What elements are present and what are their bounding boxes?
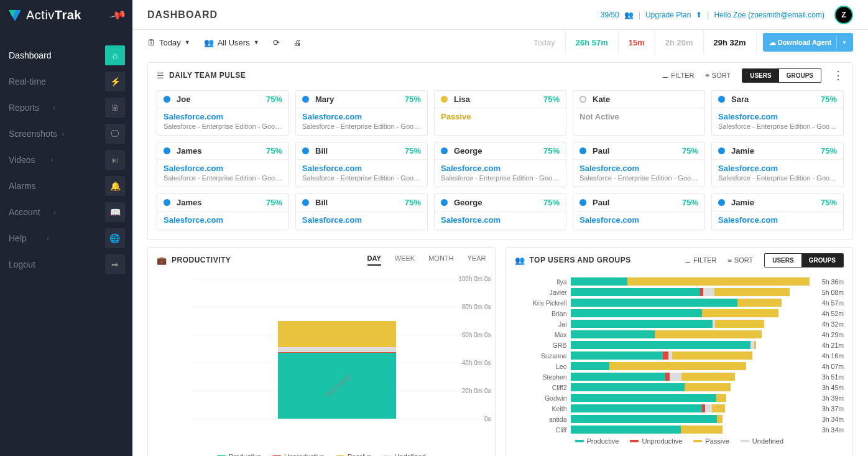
sidebar-item-videos[interactable]: Videos‹⏯ [0, 147, 132, 173]
pulse-sort[interactable]: ≡SORT [705, 72, 731, 79]
print-icon: 🖨 [293, 38, 302, 47]
app-detail: Salesforce - Enterprise Edition - Googl… [718, 123, 837, 130]
seg-groups[interactable]: GROUPS [779, 69, 821, 82]
status-dot [718, 199, 725, 206]
pulse-card[interactable]: Paul 75% Salesforce.com [573, 193, 705, 230]
user-name: Mary [315, 95, 334, 104]
sidebar-item-logout[interactable]: Logout➡ [0, 251, 132, 277]
tu-name: Keith [515, 405, 571, 412]
sidebar-item-real-time[interactable]: Real-time⚡ [0, 68, 132, 95]
top-user-row[interactable]: Ilya 5h 36m [515, 276, 844, 287]
pulse-card[interactable]: George 75% Salesforce.com Salesforce - E… [434, 142, 566, 187]
top-user-row[interactable]: Leo 4h 07m [515, 361, 844, 371]
top-user-row[interactable]: Max 4h 29m [515, 329, 844, 340]
pulse-card[interactable]: Joe 75% Salesforce.com Salesforce - Ente… [157, 90, 289, 136]
chevron-left-icon: ‹ [51, 156, 53, 164]
tu-sort[interactable]: ≡SORT [727, 256, 753, 264]
user-name: Sara [731, 95, 749, 104]
cloud-icon: ☁ [769, 39, 776, 47]
pulse-card[interactable]: Sara 75% Salesforce.com Salesforce - Ent… [711, 90, 844, 136]
seg-users[interactable]: USERS [742, 69, 778, 82]
pulse-card[interactable]: Jamie 75% Salesforce.com Salesforce - En… [711, 142, 844, 187]
bar-seg-passive [717, 415, 723, 423]
seg-groups[interactable]: GROUPS [801, 254, 843, 267]
user-filter[interactable]: 👥 All Users▼ [204, 38, 259, 47]
top-user-row[interactable]: Godwin 3h 39m [515, 393, 844, 403]
top-user-row[interactable]: Javier 5h 08m [515, 287, 844, 297]
current-app: Salesforce.com [718, 215, 837, 225]
upgrade-link[interactable]: Upgrade Plan [645, 11, 691, 19]
user-name: James [177, 146, 201, 156]
refresh-button[interactable]: ⟳ [273, 38, 280, 47]
sidebar-item-help[interactable]: Help‹🌐 [0, 225, 132, 251]
pulse-card[interactable]: Jamie 75% Salesforce.com [711, 193, 844, 230]
bar-seg-prod [571, 373, 665, 381]
top-user-row[interactable]: GRB 4h 21m [515, 340, 844, 350]
top-user-row[interactable]: Cliff 3h 34m [515, 424, 844, 435]
pulse-card[interactable]: Bill 75% Salesforce.com Salesforce - Ent… [295, 142, 428, 187]
sidebar-item-alarms[interactable]: Alarms🔔 [0, 173, 132, 199]
avatar[interactable]: Z [834, 6, 853, 24]
pulse-card[interactable]: James 75% Salesforce.com [157, 193, 289, 230]
status-dot [302, 96, 309, 103]
users-icon: 👥 [515, 256, 525, 265]
pulse-card[interactable]: Kate Not Active [573, 90, 705, 136]
tu-time: 4h 16m [810, 352, 844, 360]
tu-filter[interactable]: ⚊FILTER [685, 256, 716, 264]
user-name: Jamie [731, 198, 754, 207]
kebab-icon[interactable]: ⋮ [833, 68, 844, 82]
pulse-card[interactable]: Bill 75% Salesforce.com [295, 193, 428, 230]
pulse-card[interactable]: James 75% Salesforce.com Salesforce - En… [157, 142, 289, 187]
print-button[interactable]: 🖨 [293, 38, 302, 47]
current-app: Salesforce.com [441, 215, 560, 225]
status-dot [302, 147, 309, 154]
pulse-filter[interactable]: ⚊FILTER [662, 72, 694, 80]
current-app: Salesforce.com [579, 215, 698, 225]
pulse-card[interactable]: George 75% Salesforce.com [434, 193, 566, 230]
tab-week[interactable]: WEEK [395, 254, 415, 266]
app-detail: Salesforce - Enterprise Edition - Googl… [441, 174, 560, 182]
top-user-row[interactable]: Cliff2 3h 45m [515, 382, 844, 393]
tu-name: Jai [515, 320, 571, 328]
user-name: Lisa [454, 95, 470, 104]
logo[interactable]: ActivTrak 📌 [0, 0, 132, 30]
current-app: Salesforce.com [164, 112, 282, 121]
user-greeting[interactable]: Hello Zoe (zoesmith@email.com) [714, 11, 824, 19]
sidebar-item-reports[interactable]: Reports‹🗎 [0, 95, 132, 121]
sidebar-item-account[interactable]: Account‹📖 [0, 199, 132, 225]
nav-label: Videos [9, 155, 35, 165]
bar-seg-passive [685, 383, 731, 391]
pulse-card[interactable]: Lisa 75% Passive [434, 90, 566, 136]
date-range-picker[interactable]: 🗓 Today▼ [147, 38, 190, 47]
page-title: DASHBOARD [147, 9, 218, 21]
tu-name: Cliff [515, 426, 571, 434]
pin-icon[interactable]: 📌 [109, 6, 127, 24]
bar-seg-prod [571, 383, 685, 391]
briefcase-icon: 💼 [157, 256, 167, 265]
seg-users[interactable]: USERS [765, 254, 801, 267]
pulse-icon: ☰ [157, 71, 164, 80]
download-agent-button[interactable]: ☁ Download Agent ▼ [763, 33, 853, 52]
bar-seg-prod [571, 351, 663, 360]
pulse-card[interactable]: Mary 75% Salesforce.com Salesforce - Ent… [295, 90, 428, 136]
tab-year[interactable]: YEAR [468, 254, 486, 266]
tab-day[interactable]: DAY [367, 254, 381, 266]
status-dot [579, 96, 586, 103]
upload-icon: ⬆ [696, 11, 702, 19]
top-user-row[interactable]: Suzanne 4h 16m [515, 350, 844, 361]
sidebar-item-dashboard[interactable]: Dashboard⌂ [0, 42, 132, 68]
bar-seg-passive [754, 341, 756, 349]
top-user-row[interactable]: Keith 3h 37m [515, 403, 844, 414]
seat-count[interactable]: 39/50 [601, 11, 619, 19]
user-name: Jamie [731, 146, 754, 156]
tu-time: 5h 08m [810, 289, 844, 296]
top-user-row[interactable]: antida 3h 34m [515, 414, 844, 424]
pulse-card[interactable]: Paul 75% Salesforce.com Salesforce - Ent… [573, 142, 705, 187]
top-user-row[interactable]: Kris Pickrell 4h 57m [515, 297, 844, 308]
tab-month[interactable]: MONTH [428, 254, 453, 266]
nav-label: Account [9, 207, 40, 217]
top-user-row[interactable]: Jai 4h 32m [515, 319, 844, 329]
top-user-row[interactable]: Stephen 3h 51m [515, 371, 844, 382]
top-user-row[interactable]: Brian 4h 52m [515, 308, 844, 319]
sidebar-item-screenshots[interactable]: Screenshots‹🖵 [0, 121, 132, 147]
